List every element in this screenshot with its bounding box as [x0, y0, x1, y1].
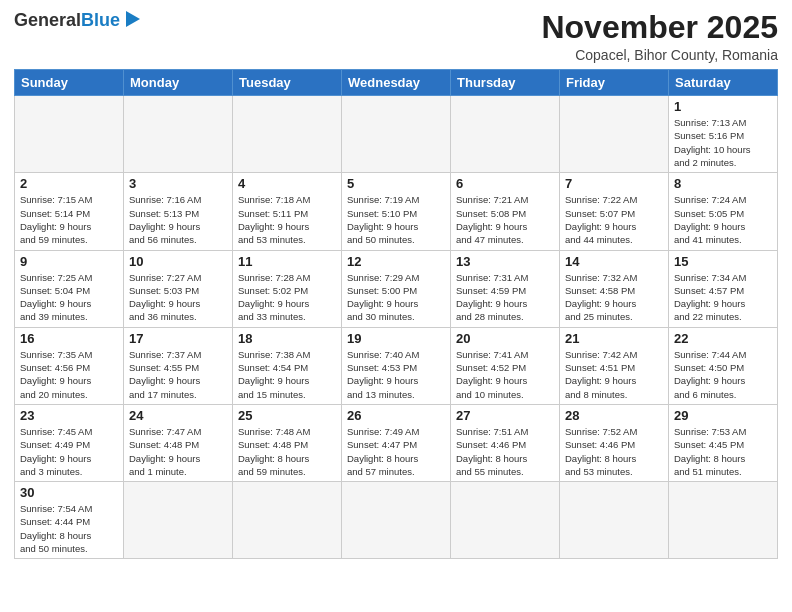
day-number: 16 — [20, 331, 118, 346]
logo-text: GeneralBlue — [14, 11, 120, 29]
logo-general: General — [14, 10, 81, 30]
day-info: Sunrise: 7:48 AM Sunset: 4:48 PM Dayligh… — [238, 425, 336, 478]
day-number: 12 — [347, 254, 445, 269]
day-number: 30 — [20, 485, 118, 500]
logo: GeneralBlue — [14, 10, 144, 30]
calendar-cell: 8Sunrise: 7:24 AM Sunset: 5:05 PM Daylig… — [669, 173, 778, 250]
day-info: Sunrise: 7:19 AM Sunset: 5:10 PM Dayligh… — [347, 193, 445, 246]
day-number: 17 — [129, 331, 227, 346]
calendar-cell — [124, 482, 233, 559]
calendar-cell — [15, 96, 124, 173]
page: GeneralBlue November 2025 Copacel, Bihor… — [0, 0, 792, 612]
calendar-cell: 1Sunrise: 7:13 AM Sunset: 5:16 PM Daylig… — [669, 96, 778, 173]
calendar-cell: 3Sunrise: 7:16 AM Sunset: 5:13 PM Daylig… — [124, 173, 233, 250]
day-number: 20 — [456, 331, 554, 346]
day-number: 10 — [129, 254, 227, 269]
weekday-header-row: SundayMondayTuesdayWednesdayThursdayFrid… — [15, 70, 778, 96]
day-number: 4 — [238, 176, 336, 191]
day-info: Sunrise: 7:34 AM Sunset: 4:57 PM Dayligh… — [674, 271, 772, 324]
calendar-cell: 19Sunrise: 7:40 AM Sunset: 4:53 PM Dayli… — [342, 327, 451, 404]
day-info: Sunrise: 7:18 AM Sunset: 5:11 PM Dayligh… — [238, 193, 336, 246]
calendar-cell — [342, 482, 451, 559]
day-info: Sunrise: 7:51 AM Sunset: 4:46 PM Dayligh… — [456, 425, 554, 478]
day-info: Sunrise: 7:52 AM Sunset: 4:46 PM Dayligh… — [565, 425, 663, 478]
week-row-3: 9Sunrise: 7:25 AM Sunset: 5:04 PM Daylig… — [15, 250, 778, 327]
day-info: Sunrise: 7:22 AM Sunset: 5:07 PM Dayligh… — [565, 193, 663, 246]
week-row-5: 23Sunrise: 7:45 AM Sunset: 4:49 PM Dayli… — [15, 404, 778, 481]
day-number: 11 — [238, 254, 336, 269]
day-number: 3 — [129, 176, 227, 191]
day-number: 13 — [456, 254, 554, 269]
calendar-cell: 5Sunrise: 7:19 AM Sunset: 5:10 PM Daylig… — [342, 173, 451, 250]
day-info: Sunrise: 7:16 AM Sunset: 5:13 PM Dayligh… — [129, 193, 227, 246]
weekday-header-friday: Friday — [560, 70, 669, 96]
weekday-header-monday: Monday — [124, 70, 233, 96]
day-number: 15 — [674, 254, 772, 269]
svg-marker-0 — [126, 11, 140, 27]
day-info: Sunrise: 7:29 AM Sunset: 5:00 PM Dayligh… — [347, 271, 445, 324]
day-info: Sunrise: 7:35 AM Sunset: 4:56 PM Dayligh… — [20, 348, 118, 401]
day-info: Sunrise: 7:49 AM Sunset: 4:47 PM Dayligh… — [347, 425, 445, 478]
calendar-cell: 10Sunrise: 7:27 AM Sunset: 5:03 PM Dayli… — [124, 250, 233, 327]
week-row-6: 30Sunrise: 7:54 AM Sunset: 4:44 PM Dayli… — [15, 482, 778, 559]
weekday-header-saturday: Saturday — [669, 70, 778, 96]
week-row-4: 16Sunrise: 7:35 AM Sunset: 4:56 PM Dayli… — [15, 327, 778, 404]
calendar-cell: 11Sunrise: 7:28 AM Sunset: 5:02 PM Dayli… — [233, 250, 342, 327]
calendar-cell: 15Sunrise: 7:34 AM Sunset: 4:57 PM Dayli… — [669, 250, 778, 327]
calendar-table: SundayMondayTuesdayWednesdayThursdayFrid… — [14, 69, 778, 559]
day-info: Sunrise: 7:53 AM Sunset: 4:45 PM Dayligh… — [674, 425, 772, 478]
calendar-cell — [233, 96, 342, 173]
month-title: November 2025 — [541, 10, 778, 45]
day-number: 27 — [456, 408, 554, 423]
day-info: Sunrise: 7:31 AM Sunset: 4:59 PM Dayligh… — [456, 271, 554, 324]
day-info: Sunrise: 7:38 AM Sunset: 4:54 PM Dayligh… — [238, 348, 336, 401]
day-number: 1 — [674, 99, 772, 114]
calendar-cell: 28Sunrise: 7:52 AM Sunset: 4:46 PM Dayli… — [560, 404, 669, 481]
day-number: 2 — [20, 176, 118, 191]
calendar-cell — [342, 96, 451, 173]
calendar-cell: 7Sunrise: 7:22 AM Sunset: 5:07 PM Daylig… — [560, 173, 669, 250]
location: Copacel, Bihor County, Romania — [541, 47, 778, 63]
day-info: Sunrise: 7:24 AM Sunset: 5:05 PM Dayligh… — [674, 193, 772, 246]
day-info: Sunrise: 7:37 AM Sunset: 4:55 PM Dayligh… — [129, 348, 227, 401]
day-info: Sunrise: 7:44 AM Sunset: 4:50 PM Dayligh… — [674, 348, 772, 401]
weekday-header-sunday: Sunday — [15, 70, 124, 96]
logo-blue: Blue — [81, 10, 120, 30]
day-info: Sunrise: 7:54 AM Sunset: 4:44 PM Dayligh… — [20, 502, 118, 555]
calendar-cell — [124, 96, 233, 173]
day-number: 26 — [347, 408, 445, 423]
calendar-cell: 17Sunrise: 7:37 AM Sunset: 4:55 PM Dayli… — [124, 327, 233, 404]
day-info: Sunrise: 7:47 AM Sunset: 4:48 PM Dayligh… — [129, 425, 227, 478]
day-number: 22 — [674, 331, 772, 346]
calendar-cell: 20Sunrise: 7:41 AM Sunset: 4:52 PM Dayli… — [451, 327, 560, 404]
calendar-cell: 14Sunrise: 7:32 AM Sunset: 4:58 PM Dayli… — [560, 250, 669, 327]
day-number: 7 — [565, 176, 663, 191]
calendar-cell: 26Sunrise: 7:49 AM Sunset: 4:47 PM Dayli… — [342, 404, 451, 481]
calendar-cell: 2Sunrise: 7:15 AM Sunset: 5:14 PM Daylig… — [15, 173, 124, 250]
day-number: 23 — [20, 408, 118, 423]
calendar-cell: 27Sunrise: 7:51 AM Sunset: 4:46 PM Dayli… — [451, 404, 560, 481]
calendar-cell: 25Sunrise: 7:48 AM Sunset: 4:48 PM Dayli… — [233, 404, 342, 481]
calendar-cell: 16Sunrise: 7:35 AM Sunset: 4:56 PM Dayli… — [15, 327, 124, 404]
day-number: 14 — [565, 254, 663, 269]
day-info: Sunrise: 7:27 AM Sunset: 5:03 PM Dayligh… — [129, 271, 227, 324]
day-number: 9 — [20, 254, 118, 269]
day-info: Sunrise: 7:42 AM Sunset: 4:51 PM Dayligh… — [565, 348, 663, 401]
calendar-cell — [669, 482, 778, 559]
calendar-cell: 29Sunrise: 7:53 AM Sunset: 4:45 PM Dayli… — [669, 404, 778, 481]
day-info: Sunrise: 7:45 AM Sunset: 4:49 PM Dayligh… — [20, 425, 118, 478]
weekday-header-tuesday: Tuesday — [233, 70, 342, 96]
week-row-1: 1Sunrise: 7:13 AM Sunset: 5:16 PM Daylig… — [15, 96, 778, 173]
day-number: 19 — [347, 331, 445, 346]
day-info: Sunrise: 7:15 AM Sunset: 5:14 PM Dayligh… — [20, 193, 118, 246]
weekday-header-thursday: Thursday — [451, 70, 560, 96]
calendar-cell: 18Sunrise: 7:38 AM Sunset: 4:54 PM Dayli… — [233, 327, 342, 404]
calendar-cell: 6Sunrise: 7:21 AM Sunset: 5:08 PM Daylig… — [451, 173, 560, 250]
day-number: 29 — [674, 408, 772, 423]
logo-icon — [122, 8, 144, 30]
calendar-cell — [451, 482, 560, 559]
day-number: 5 — [347, 176, 445, 191]
day-info: Sunrise: 7:28 AM Sunset: 5:02 PM Dayligh… — [238, 271, 336, 324]
day-info: Sunrise: 7:25 AM Sunset: 5:04 PM Dayligh… — [20, 271, 118, 324]
calendar-cell: 22Sunrise: 7:44 AM Sunset: 4:50 PM Dayli… — [669, 327, 778, 404]
